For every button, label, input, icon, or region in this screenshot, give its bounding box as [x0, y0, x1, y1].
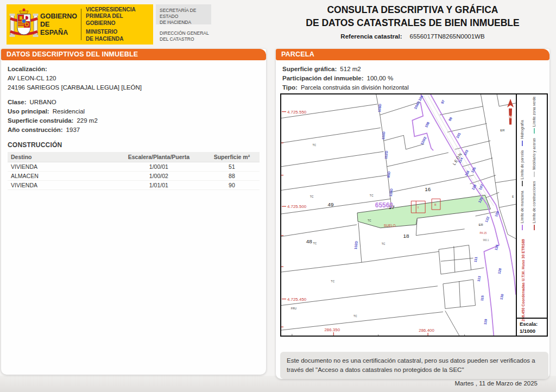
land-use-tc: TC — [331, 280, 334, 283]
svg-text:N: N — [509, 115, 512, 119]
field-participacion: Participación del inmueble:100,00 % — [282, 74, 543, 83]
address-line-1: AV LEON-CL 120 — [8, 74, 260, 83]
house-number: 122 — [484, 216, 490, 223]
building-roman-ii: II — [434, 203, 437, 206]
legend-column: Límite de manzana Límite de parcela Hidr… — [520, 103, 524, 230]
pa-label: PA 15 — [479, 232, 486, 235]
house-number: 126 — [494, 244, 499, 251]
legend-item: Límite zona verde — [532, 97, 536, 134]
field-superficie-grafica: Superficie gráfica:512 m2 — [282, 65, 543, 74]
reference-value: 6556017TN8265N0001WB — [410, 33, 485, 40]
parcela-panel: PARCELA Superficie gráfica:512 m2 Partic… — [276, 49, 549, 379]
logo-divider — [81, 9, 81, 40]
manzana-number: 65560 — [375, 201, 393, 209]
house-number: 104D 106 — [413, 94, 424, 110]
ministry-text: VICEPRESIDENCIA PRIMERA DEL GOBIERNO MIN… — [86, 4, 153, 45]
house-number: 119 — [483, 319, 488, 325]
coord-label: 286.350 — [324, 327, 340, 332]
land-use-er: ER — [500, 129, 505, 132]
house-number: 112D — [384, 150, 389, 159]
north-arrow-icon: N — [507, 99, 514, 125]
house-number: 110D — [381, 131, 386, 140]
scale-box: Escala: 1/1000 — [517, 318, 547, 336]
secretaria-label: SECRETARÍA DE ESTADO DE HACIENDA — [156, 4, 211, 24]
house-number: 97 — [440, 99, 446, 104]
land-use-tc: TC — [310, 195, 314, 198]
cadastral-map: N 4.725.550 4.725.500 4.725.450 286.350 … — [280, 93, 548, 337]
legend-line-swatch — [534, 128, 535, 134]
coord-label: 4.725.550 — [287, 110, 307, 115]
house-number: 115 — [480, 295, 485, 301]
house-number: 108 — [424, 121, 430, 128]
land-use-er: ER — [478, 223, 483, 226]
document-title-block: CONSULTA DESCRIPTIVA Y GRÁFICA DE DATOS … — [288, 3, 538, 40]
coord-label: 4.725.500 — [287, 204, 307, 209]
legend-item: Límite de parcela — [520, 150, 524, 187]
map-drawing: N 4.725.550 4.725.500 4.725.450 286.350 … — [281, 94, 516, 336]
area-label: 960.1 — [483, 239, 489, 242]
localizacion-label: Localización: — [8, 66, 47, 72]
house-number: 108D — [377, 103, 382, 112]
house-number: 102D — [353, 241, 358, 249]
parcel-number: 48 — [306, 238, 313, 244]
house-number: 128 — [497, 268, 502, 274]
disclaimer-note: Este documento no es una certificación c… — [280, 352, 548, 379]
legend-item: Hidrografía — [520, 120, 524, 146]
coord-label: 286.400 — [419, 328, 434, 333]
page-title: CONSULTA DESCRIPTIVA Y GRÁFICA DE DATOS … — [288, 3, 538, 29]
field-superficie-construida: Superficie construida:229 m2 — [8, 116, 260, 125]
table-row: ALMACEN 1/00/02 88 — [8, 172, 260, 181]
land-use-tc: TC — [353, 315, 357, 318]
legend-column: Límite de construcciones Mobiliario y ac… — [532, 103, 536, 230]
field-uso-principal: Uso principal:Residencial — [8, 107, 260, 116]
house-number: 85D — [387, 171, 391, 178]
land-use-tc: TC — [313, 144, 317, 147]
direccion-catastro-label: DIRECCIÓN GENERAL DEL CATASTRO — [160, 30, 209, 42]
house-number: 130 — [499, 293, 504, 300]
land-use-tc: TC — [382, 243, 386, 246]
legend-line-swatch — [522, 141, 523, 146]
reference-label: Referencia catastral: — [340, 33, 402, 40]
table-row: VIVIENDA 1/00/01 51 — [8, 162, 260, 172]
datos-descriptivos-panel: DATOS DESCRIPTIVOS DEL INMUEBLE Localiza… — [1, 49, 266, 375]
coat-of-arms-icon — [9, 8, 39, 41]
gobierno-logo: GOBIERNO DE ESPAÑA VICEPRESIDENCIA PRIME… — [7, 4, 153, 45]
field-ano-construccion: Año construcción:1937 — [8, 125, 260, 135]
land-use-e: E — [512, 195, 514, 198]
parcel-number: 16 — [425, 186, 431, 192]
house-number: 118 — [471, 184, 477, 191]
legend-item: Mobiliario y aceras — [532, 138, 536, 176]
legend-line-swatch — [522, 181, 523, 186]
legend-item: Límite de construcciones — [532, 181, 536, 230]
legend-line-swatch — [534, 225, 535, 230]
scale-value: 1/1000 — [520, 327, 544, 334]
house-number: 118D — [389, 188, 394, 197]
house-number: 103 — [463, 149, 469, 156]
legend-line-swatch — [534, 172, 535, 177]
address-line-2: 24196 SARIEGOS [CARBAJAL LEGUA] [LEÓN] — [8, 83, 260, 92]
construction-table: Destino Escalera/Planta/Puerta Superfici… — [8, 152, 260, 190]
document-date: Martes , 11 de Marzo de 2025 — [454, 380, 538, 387]
land-use-fru: FRU — [291, 307, 297, 310]
map-legend: Límite de manzana Límite de parcela Hidr… — [516, 94, 547, 336]
suelo-label: SUELO — [384, 224, 396, 227]
cadastral-document-page: GOBIERNO DE ESPAÑA VICEPRESIDENCIA PRIME… — [0, 0, 556, 392]
construccion-title: CONSTRUCCIÓN — [8, 141, 260, 149]
house-number: 101 — [455, 132, 461, 139]
field-tipo: Tipo:Parcela construida sin división hor… — [282, 83, 543, 92]
coord-label: 4.725.450 — [287, 297, 307, 302]
gobierno-text: GOBIERNO DE ESPAÑA — [40, 12, 79, 37]
table-row: VIVIENDA 1/01/01 90 — [8, 181, 260, 190]
scale-label: Escala: — [520, 320, 544, 327]
house-number: 110/2 — [420, 136, 427, 146]
house-number: 109 — [494, 210, 500, 217]
field-clase: Clase:URBANO — [8, 98, 260, 107]
parcela-panel-header: PARCELA — [276, 49, 549, 60]
catastral-reference: Referencia catastral:6556017TN8265N0001W… — [288, 33, 538, 40]
left-panel-header: DATOS DESCRIPTIVOS DEL INMUEBLE — [1, 49, 266, 60]
land-use-tc: TC — [313, 243, 317, 245]
parcel-number: 49 — [327, 201, 334, 207]
construction-table-header: Destino Escalera/Planta/Puerta Superfici… — [8, 152, 260, 162]
legend-item: Límite de manzana — [520, 191, 524, 230]
utm-coordinates-label: 286.450 Coordenadas U.T.M. Huso 30 ETRS8… — [521, 229, 525, 321]
